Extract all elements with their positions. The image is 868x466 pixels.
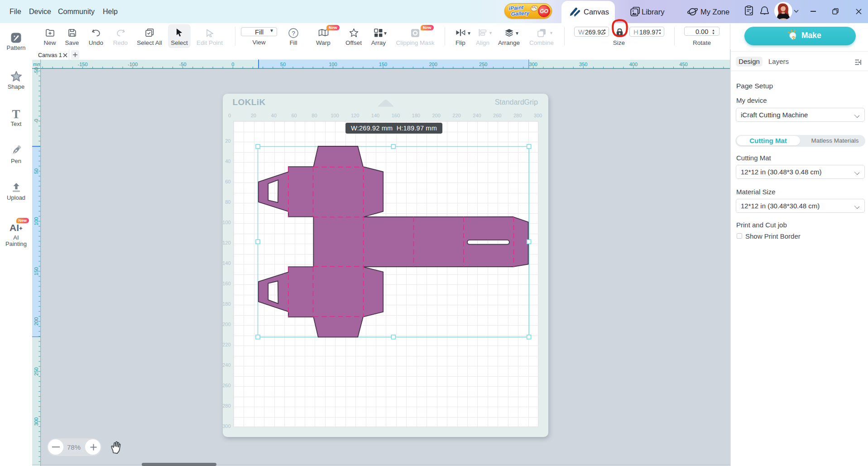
svg-text:250: 250 bbox=[479, 62, 487, 67]
svg-text:?: ? bbox=[292, 30, 295, 37]
svg-text:100: 100 bbox=[329, 62, 337, 67]
svg-text:50: 50 bbox=[280, 62, 286, 67]
svg-text:AI: AI bbox=[10, 222, 19, 233]
svg-text:150: 150 bbox=[379, 62, 387, 67]
svg-text:-0: -0 bbox=[34, 119, 39, 123]
svg-text:0: 0 bbox=[231, 62, 234, 67]
svg-text:200: 200 bbox=[34, 317, 39, 325]
svg-text:150: 150 bbox=[34, 267, 39, 275]
svg-text:-150: -150 bbox=[78, 62, 88, 67]
svg-text:50: 50 bbox=[34, 168, 39, 174]
svg-text:350: 350 bbox=[579, 62, 587, 67]
svg-text:450: 450 bbox=[679, 62, 687, 67]
svg-text:-100: -100 bbox=[128, 62, 138, 67]
svg-text:100: 100 bbox=[34, 217, 39, 225]
svg-text:200: 200 bbox=[429, 62, 437, 67]
svg-text:-50: -50 bbox=[179, 62, 187, 67]
svg-text:300: 300 bbox=[34, 418, 39, 426]
svg-text:250: 250 bbox=[34, 367, 39, 375]
svg-text:300: 300 bbox=[529, 62, 537, 67]
svg-text:400: 400 bbox=[629, 62, 638, 67]
